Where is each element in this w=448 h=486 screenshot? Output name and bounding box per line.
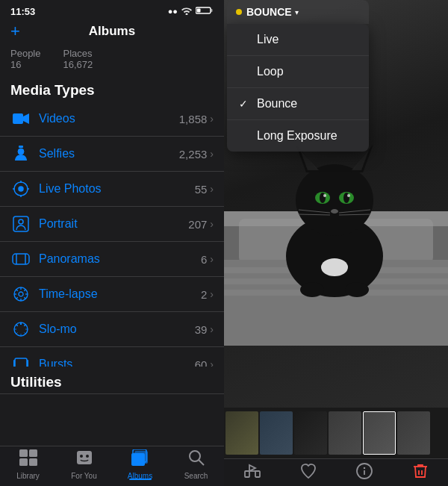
svg-line-35 <box>24 332 25 334</box>
film-thumb-6[interactable] <box>397 411 430 455</box>
svg-point-85 <box>321 258 348 276</box>
dropdown-label-loop: Loop <box>257 65 284 78</box>
header: + Albums <box>0 21 224 45</box>
dropdown-menu: Live Loop ✓ Bounce Long Exposure <box>227 24 369 152</box>
svg-rect-1 <box>211 9 213 12</box>
film-thumb-2[interactable] <box>260 411 293 455</box>
dropdown-item-loop[interactable]: Loop <box>227 56 369 88</box>
tab-library[interactable]: Library <box>0 449 56 480</box>
trash-button[interactable] <box>392 462 448 480</box>
svg-line-34 <box>16 325 18 326</box>
media-item-portrait[interactable]: Portrait 207 › <box>0 207 224 242</box>
svg-rect-16 <box>13 254 29 264</box>
tab-bar: Library For You Albums <box>0 446 224 486</box>
foryou-icon <box>75 449 93 470</box>
selfies-chevron: › <box>210 148 214 160</box>
panoramas-chevron: › <box>210 253 214 265</box>
svg-line-28 <box>24 290 25 291</box>
media-item-panoramas[interactable]: Panoramas 6 › <box>0 242 224 277</box>
people-count: 16 <box>10 59 40 70</box>
svg-rect-53 <box>77 451 92 464</box>
portrait-chevron: › <box>210 218 214 230</box>
dropdown-chevron-icon: ▾ <box>295 8 299 16</box>
dropdown-item-long-exposure[interactable]: Long Exposure <box>227 120 369 152</box>
timelapse-icon <box>10 284 31 305</box>
media-item-slomo[interactable]: Slo-mo 39 › <box>0 312 224 347</box>
video-icon <box>10 108 31 129</box>
right-panel: BOUNCE ▾ Live Loop ✓ Bounce Long Exposur… <box>224 0 448 486</box>
dropdown-label-bounce: Bounce <box>257 97 297 110</box>
svg-rect-2 <box>197 9 201 13</box>
videos-chevron: › <box>210 113 214 125</box>
svg-point-9 <box>19 187 23 191</box>
media-item-videos[interactable]: Videos 1,858 › <box>0 102 224 137</box>
panoramas-icon <box>10 249 31 270</box>
svg-rect-52 <box>29 458 37 466</box>
svg-rect-40 <box>27 360 28 367</box>
dropdown-item-bounce[interactable]: ✓ Bounce <box>227 88 369 120</box>
places-item[interactable]: Places 16,672 <box>63 48 93 70</box>
media-item-live-photos[interactable]: Live Photos 55 › <box>0 172 224 207</box>
selfies-label: Selfies <box>39 147 179 161</box>
tab-foryou[interactable]: For You <box>56 449 112 480</box>
svg-point-80 <box>331 209 338 214</box>
film-thumb-4[interactable] <box>329 411 361 455</box>
media-list: Videos 1,858 › Selfies 2,253 › <box>0 102 224 367</box>
header-title: Albums <box>89 24 135 39</box>
tab-foryou-label: For You <box>71 472 96 480</box>
places-label: Places <box>63 48 93 59</box>
media-item-bursts[interactable]: Bursts 60 › <box>0 347 224 367</box>
tab-albums[interactable]: Albums <box>112 449 168 480</box>
media-item-selfies[interactable]: Selfies 2,253 › <box>0 137 224 172</box>
media-item-timelapse[interactable]: Time-lapse 2 › <box>0 277 224 312</box>
svg-line-37 <box>24 325 25 326</box>
svg-rect-38 <box>15 358 27 367</box>
live-photos-label: Live Photos <box>39 182 195 196</box>
svg-marker-4 <box>23 113 29 124</box>
selfies-count: 2,253 <box>179 148 208 161</box>
slomo-chevron: › <box>210 323 214 335</box>
search-icon <box>188 449 205 470</box>
dropdown-label-long-exposure: Long Exposure <box>257 129 337 143</box>
status-bar: 11:53 ●● <box>0 0 224 21</box>
info-icon <box>355 462 373 480</box>
filmstrip-left <box>0 393 224 446</box>
tab-search[interactable]: Search <box>168 449 224 480</box>
slomo-count: 39 <box>195 323 208 336</box>
svg-line-36 <box>16 332 18 334</box>
svg-point-55 <box>86 455 89 458</box>
film-thumb-1[interactable] <box>225 411 258 455</box>
timelapse-chevron: › <box>210 288 214 300</box>
slomo-label: Slo-mo <box>39 323 195 336</box>
albums-icon <box>131 449 149 470</box>
svg-rect-39 <box>13 360 15 367</box>
svg-point-78 <box>323 194 326 197</box>
portrait-count: 207 <box>188 218 207 231</box>
svg-point-69 <box>296 164 373 236</box>
svg-rect-50 <box>29 449 37 457</box>
film-thumb-5-selected[interactable] <box>363 411 396 455</box>
share-button[interactable] <box>224 462 280 480</box>
portrait-label: Portrait <box>39 217 188 231</box>
filmstrip <box>224 408 448 458</box>
info-button[interactable] <box>336 462 392 480</box>
tab-library-label: Library <box>16 472 40 480</box>
dropdown-trigger[interactable]: BOUNCE ▾ <box>227 0 369 24</box>
svg-rect-3 <box>13 113 23 124</box>
right-action-bar <box>224 458 448 486</box>
film-thumb-3[interactable] <box>294 411 327 455</box>
wifi-icon <box>181 6 193 16</box>
people-places: People 16 Places 16,672 <box>0 45 224 78</box>
people-item[interactable]: People 16 <box>10 48 40 70</box>
add-album-button[interactable]: + <box>10 22 20 41</box>
dropdown-item-live[interactable]: Live <box>227 24 369 56</box>
people-label: People <box>10 48 40 59</box>
tab-albums-indicator <box>129 479 152 480</box>
svg-point-87 <box>345 282 369 297</box>
svg-rect-7 <box>19 146 23 148</box>
bursts-icon <box>10 354 31 367</box>
utilities-title: Utilities <box>0 367 224 393</box>
signal-icon: ●● <box>168 7 178 16</box>
heart-button[interactable] <box>280 462 336 480</box>
bursts-chevron: › <box>210 358 214 367</box>
